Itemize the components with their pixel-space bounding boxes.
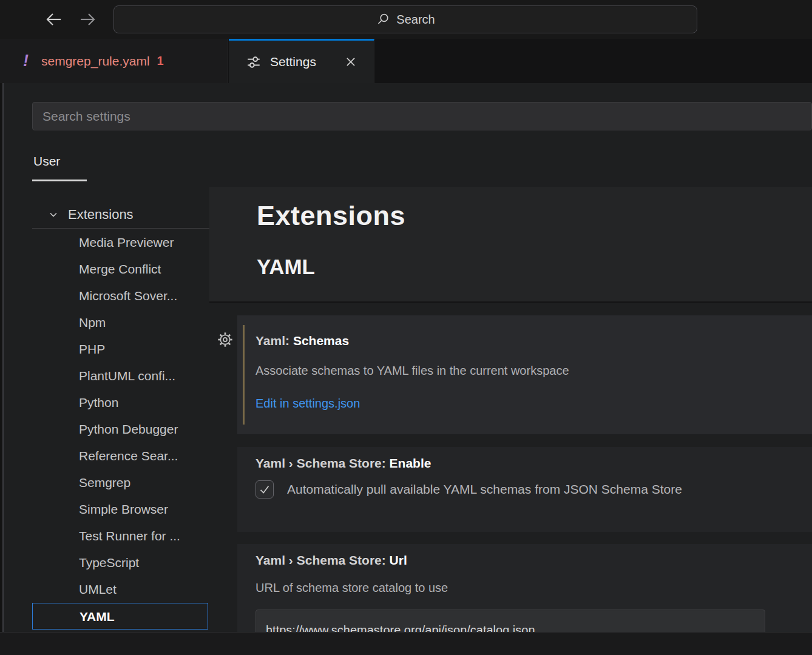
toc-item-plantuml-confi[interactable]: PlantUML confi... [0,363,209,389]
toc-root-extensions[interactable]: Extensions [0,201,209,228]
back-arrow-icon [44,10,64,29]
toc-item-php[interactable]: PHP [0,336,209,363]
toc-tree: Extensions Media PreviewerMerge Conflict… [0,201,209,630]
setting-row-schema-store-url: Yaml › Schema Store: Url URL of schema s… [237,544,812,632]
settings-sliders-icon [246,54,262,70]
toc-item-test-runner-for[interactable]: Test Runner for ... [0,523,209,549]
content-header: Extensions YAML [209,187,812,301]
tab-problems-badge: 1 [157,54,164,68]
toc-item-microsoft-sover[interactable]: Microsoft Sover... [0,283,209,309]
subcategory-heading: YAML [257,255,315,279]
toc-item-umlet[interactable]: UMLet [0,576,209,603]
active-scope-underline [32,180,87,181]
toc-item-semgrep[interactable]: Semgrep [0,469,209,496]
setting-title: Yaml: Schemas [255,334,349,348]
scope-tab-user[interactable]: User [33,154,60,169]
toc-item-reference-sear[interactable]: Reference Sear... [0,443,209,469]
setting-title-prefix: Yaml › Schema Store: [255,456,390,470]
command-center-label: Search [396,13,435,27]
edit-in-settings-json-link[interactable]: Edit in settings.json [255,397,360,411]
setting-title: Yaml › Schema Store: Url [255,553,407,568]
title-bar: Search [0,0,812,39]
tab-bar: ! semgrep_rule.yaml 1 Settings [0,39,812,83]
toc-children: Media PreviewerMerge ConflictMicrosoft S… [0,229,209,630]
search-icon [376,12,390,27]
toc-item-simple-browser[interactable]: Simple Browser [0,496,209,523]
vscode-window: Search ! semgrep_rule.yaml 1 Settings [0,0,812,655]
toc-item-merge-conflict[interactable]: Merge Conflict [0,256,209,283]
setting-gear-icon[interactable] [217,331,234,348]
setting-title-emph: Url [390,553,407,567]
toc-item-typescript[interactable]: TypeScript [0,549,209,576]
toc-item-npm[interactable]: Npm [0,309,209,336]
back-button[interactable] [44,10,64,29]
forward-arrow-icon [78,10,97,29]
toc-item-yaml[interactable]: YAML [32,603,208,630]
settings-list: Yaml: Schemas Associate schemas to YAML … [209,303,812,632]
toc-item-python-debugger[interactable]: Python Debugger [0,416,209,443]
schema-store-url-input[interactable] [255,610,765,632]
setting-title-prefix: Yaml › Schema Store: [255,553,390,567]
setting-description: URL of schema store catalog to use [255,581,448,595]
settings-tab-label: Settings [270,55,316,69]
setting-title: Yaml › Schema Store: Enable [255,456,431,471]
checkbox-label[interactable]: Automatically pull available YAML schema… [287,482,682,497]
chevron-down-icon [47,209,59,221]
tab-settings[interactable]: Settings [229,39,374,83]
command-center-search[interactable]: Search [113,5,697,33]
forward-button[interactable] [77,10,98,29]
setting-title-emph: Schemas [293,334,349,348]
schema-store-enable-checkbox[interactable] [255,480,274,499]
setting-title-prefix: Yaml: [255,334,293,348]
setting-row-yaml-schemas: Yaml: Schemas Associate schemas to YAML … [237,315,812,434]
setting-row-schema-store-enable: Yaml › Schema Store: Enable Automaticall… [237,447,812,532]
toc-item-media-previewer[interactable]: Media Previewer [0,229,209,256]
toc-divider [32,228,209,229]
yaml-file-icon: ! [23,52,39,70]
toc-root-label: Extensions [68,207,134,223]
toc-item-python[interactable]: Python [0,389,209,416]
close-icon [344,55,357,69]
tab-semgrep-rule-yaml[interactable]: ! semgrep_rule.yaml 1 [0,39,228,83]
setting-description: Associate schemas to YAML files in the c… [255,364,569,378]
tab-file-name: semgrep_rule.yaml [41,54,150,69]
search-settings-input[interactable] [32,102,812,130]
close-tab-button[interactable] [342,53,359,70]
nav-arrows [44,10,98,29]
modified-indicator-bar [243,325,245,425]
window-bottom-strip [0,632,812,655]
settings-editor: User Extensions YAML Extensions Media Pr… [0,83,812,632]
category-heading: Extensions [257,200,405,232]
setting-title-emph: Enable [390,456,431,470]
checkmark-icon [258,483,271,496]
